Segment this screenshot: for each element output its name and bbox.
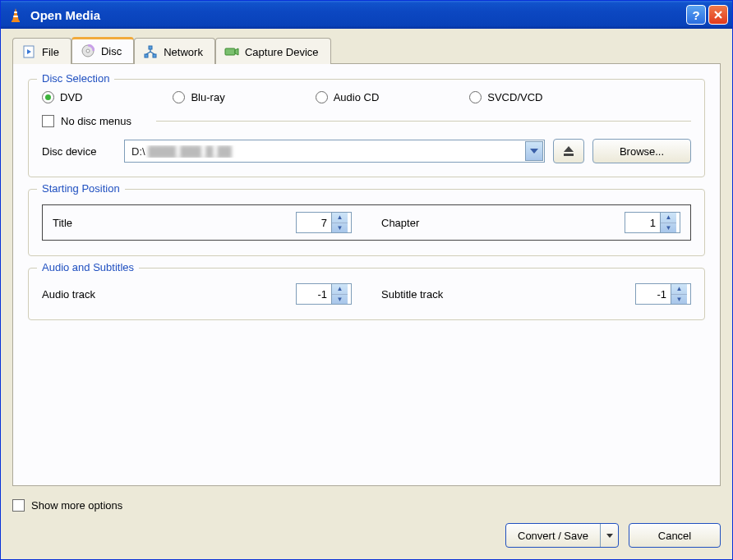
tab-network-label: Network	[164, 46, 203, 58]
eject-button[interactable]	[553, 139, 584, 163]
disc-type-radios: DVD Blu-ray Audio CD SVCD/VCD	[42, 91, 691, 103]
svg-rect-8	[149, 46, 152, 49]
title-spin-down[interactable]: ▼	[332, 223, 348, 233]
radio-audiocd[interactable]: Audio CD	[316, 91, 380, 103]
tab-file[interactable]: File	[12, 38, 71, 64]
radio-dot-icon	[316, 91, 328, 103]
audio-subtitles-legend: Audio and Subtitles	[37, 261, 139, 273]
radio-dot-icon	[42, 91, 54, 103]
checkbox-icon	[12, 499, 25, 512]
radio-dvd[interactable]: DVD	[42, 91, 82, 103]
audio-track-spinner[interactable]: ▲ ▼	[296, 283, 352, 305]
eject-icon	[562, 145, 575, 157]
tab-network[interactable]: Network	[134, 38, 215, 64]
radio-bluray[interactable]: Blu-ray	[173, 91, 224, 103]
title-input[interactable]	[297, 213, 331, 232]
radio-dot-icon	[173, 91, 185, 103]
svg-rect-11	[225, 48, 235, 55]
browse-button-label: Browse...	[620, 145, 664, 158]
divider	[156, 121, 691, 122]
audio-track-input[interactable]	[297, 284, 331, 304]
disc-device-text: D:\ ████_███_█_██	[125, 145, 524, 158]
radio-bluray-label: Blu-ray	[191, 91, 224, 103]
titlebar: Open Media ?	[1, 1, 732, 29]
chapter-spin-up[interactable]: ▲	[661, 213, 676, 223]
starting-position-group: Starting Position Title ▲ ▼	[28, 189, 705, 256]
close-button[interactable]	[708, 5, 728, 25]
svg-rect-10	[153, 54, 156, 57]
svg-marker-16	[606, 534, 613, 538]
radio-svcd-label: SVCD/VCD	[487, 91, 542, 103]
tab-bar: File Disc Network Capture Device	[12, 37, 721, 63]
network-icon	[143, 44, 158, 59]
combo-dropdown-arrow[interactable]	[525, 141, 543, 161]
title-spinner[interactable]: ▲ ▼	[296, 212, 352, 233]
subtitle-track-label: Subtitle track	[381, 288, 635, 301]
disc-device-combo[interactable]: D:\ ████_███_█_██	[124, 140, 545, 163]
help-button[interactable]: ?	[686, 5, 706, 25]
show-more-options-checkbox[interactable]: Show more options	[12, 499, 721, 512]
browse-button[interactable]: Browse...	[592, 139, 691, 163]
convert-save-dropdown[interactable]	[600, 524, 618, 547]
audio-spin-up[interactable]: ▲	[332, 284, 348, 294]
tab-capture-label: Capture Device	[245, 46, 319, 58]
svg-point-7	[86, 49, 90, 53]
cancel-button-label: Cancel	[658, 530, 691, 542]
no-disc-menus-checkbox[interactable]: No disc menus	[42, 115, 131, 127]
subtitle-spin-down[interactable]: ▼	[671, 294, 687, 305]
chapter-spin-down[interactable]: ▼	[661, 223, 676, 233]
title-label: Title	[53, 217, 296, 229]
dialog-content: File Disc Network Capture Device	[1, 29, 732, 494]
radio-audiocd-label: Audio CD	[334, 91, 380, 103]
file-icon	[21, 44, 36, 59]
svg-marker-13	[530, 149, 538, 154]
chapter-label: Chapter	[381, 217, 625, 229]
convert-save-label: Convert / Save	[518, 530, 588, 542]
tab-file-label: File	[42, 46, 59, 58]
chapter-input[interactable]	[625, 213, 660, 232]
tab-disc[interactable]: Disc	[71, 37, 134, 63]
tab-disc-label: Disc	[101, 45, 122, 57]
subtitle-track-spinner[interactable]: ▲ ▼	[635, 283, 691, 305]
chapter-spinner[interactable]: ▲ ▼	[625, 212, 680, 233]
svg-rect-3	[13, 16, 17, 17]
starting-position-legend: Starting Position	[37, 182, 125, 195]
subtitle-spin-up[interactable]: ▲	[671, 284, 687, 294]
chevron-down-icon	[606, 534, 613, 538]
radio-svcd-vcd[interactable]: SVCD/VCD	[469, 91, 542, 103]
checkbox-icon	[42, 115, 54, 127]
no-disc-menus-label: No disc menus	[61, 115, 131, 127]
radio-dot-icon	[469, 91, 482, 103]
svg-rect-9	[145, 54, 148, 57]
vlc-cone-icon	[7, 7, 24, 23]
disc-panel: Disc Selection DVD Blu-ray Audio CD	[12, 63, 721, 486]
convert-save-button[interactable]: Convert / Save	[505, 523, 619, 548]
svg-marker-0	[12, 8, 19, 21]
capture-icon	[224, 44, 239, 59]
open-media-dialog: Open Media ? File Disc	[0, 0, 733, 560]
audio-subtitles-group: Audio and Subtitles Audio track ▲ ▼	[28, 268, 705, 320]
cancel-button[interactable]: Cancel	[629, 523, 721, 548]
subtitle-track-input[interactable]	[636, 284, 671, 304]
svg-rect-1	[12, 21, 20, 22]
show-more-options-label: Show more options	[31, 499, 122, 512]
dialog-footer: Show more options Convert / Save Cancel	[1, 494, 732, 559]
window-title: Open Media	[30, 8, 684, 22]
tab-capture-device[interactable]: Capture Device	[215, 38, 331, 64]
disc-device-label: Disc device	[42, 145, 116, 158]
title-spin-up[interactable]: ▲	[332, 213, 348, 223]
svg-rect-15	[564, 154, 574, 156]
audio-track-label: Audio track	[42, 288, 296, 301]
svg-marker-14	[564, 146, 574, 152]
disc-selection-group: Disc Selection DVD Blu-ray Audio CD	[28, 79, 705, 177]
svg-rect-2	[14, 11, 17, 13]
disc-icon	[81, 44, 95, 58]
radio-dvd-label: DVD	[60, 91, 82, 103]
svg-marker-12	[235, 48, 238, 55]
audio-spin-down[interactable]: ▼	[332, 294, 348, 305]
disc-selection-legend: Disc Selection	[37, 72, 114, 85]
